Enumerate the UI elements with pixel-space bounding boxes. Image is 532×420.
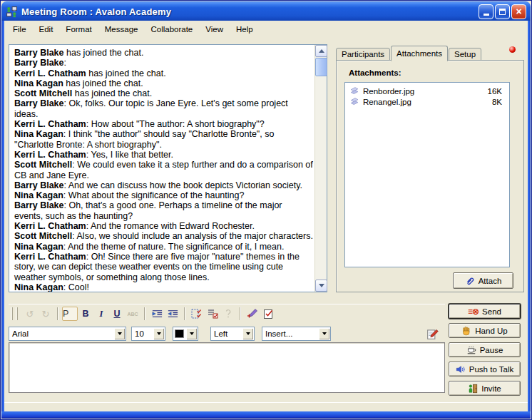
minimize-button[interactable] [479,4,493,19]
menu-item[interactable]: View [199,24,230,35]
chat-message: Scott Mitchell: Also, we should include … [14,231,313,241]
chat-message: Scott Mitchell has joined the chat. [14,88,313,98]
chat-text: : [64,58,66,68]
chat-message: Barry Blake: [14,58,313,68]
font-size-select[interactable]: 10 [131,327,165,341]
chat-text: : Cool! [63,282,89,292]
toolbar-grip-2[interactable] [16,307,18,320]
chat-sender: Kerri L. Chatham [14,150,86,160]
chat-message: Kerri L. Chatham: And the romance with E… [14,221,313,231]
menu-item[interactable]: File [6,24,33,35]
formatting-toolbar: ↺ ↻ P B I U ABC [9,304,445,323]
chat-message: Scott Mitchell: We could even take it a … [14,160,313,180]
attachment-size: 8K [492,98,502,106]
font-family-select[interactable]: Arial [9,327,126,341]
tab[interactable]: Participants [336,48,390,61]
scroll-up-button[interactable] [315,45,327,57]
dropdown-button[interactable] [242,328,253,339]
client-area: FileEditFormatMessageCollaborateViewHelp… [4,21,528,411]
chat-text: : And the theme of nature. The significa… [63,242,285,252]
outdent-button[interactable] [165,307,180,321]
message-input[interactable] [9,342,445,393]
menu-item[interactable]: Edit [33,24,60,35]
text-style-button[interactable]: ABC [125,307,140,321]
italic-button[interactable]: I [93,307,109,321]
toolbar-grip[interactable] [11,307,13,320]
alignment-select[interactable]: Left [210,327,255,341]
chat-message: Barry Blake: Oh, that's a good one. Perh… [14,200,313,221]
indent-button[interactable] [149,307,165,321]
menu-bar: FileEditFormatMessageCollaborateViewHelp [4,22,528,36]
chat-sender: Scott Mitchell [14,88,72,98]
chat-sender: Nina Kagan [14,129,63,139]
tab[interactable]: Attachments [391,46,448,61]
dropdown-button[interactable] [319,328,329,339]
chat-sender: Kerri L. Chatham [14,221,86,231]
chat-scrollbar[interactable] [314,45,327,292]
attach-button[interactable]: Attach [453,272,513,289]
pause-button[interactable]: Pause [449,342,521,357]
disabled-tool-button[interactable] [220,307,236,321]
invite-button[interactable]: Invite [449,381,521,396]
hand-up-button[interactable]: Hand Up [449,323,521,338]
dropdown-button[interactable] [114,328,125,339]
tab[interactable]: Setup [449,48,481,61]
insert-value: Insert... [262,329,318,338]
undo-button[interactable]: ↺ [22,307,38,321]
chat-message: Barry Blake: Ok, folks. Our topic is Jan… [14,98,313,119]
menu-item[interactable]: Format [59,24,98,35]
chevron-down-icon [157,332,161,335]
menu-item[interactable]: Help [230,24,260,35]
scrollbar-thumb[interactable] [315,58,327,76]
chat-sender: Kerri L. Chatham [14,252,86,262]
speaker-icon [456,364,466,374]
attachment-item[interactable]: Renborder.jpg 16K [345,86,509,96]
chat-message: Nina Kagan: And the theme of nature. The… [14,242,313,252]
menu-item[interactable]: Message [98,24,145,35]
plain-style-button[interactable]: P [62,307,78,321]
font-color-select[interactable] [173,327,198,341]
window-border-left [1,21,4,419]
window-title: Meeting Room : Avalon Academy [21,6,479,17]
file-icon [349,86,359,96]
spell-check-button[interactable] [260,307,276,321]
chat-text: : What about the significance of the hau… [63,190,245,200]
attachment-item[interactable]: Renangel.jpg 8K [345,96,509,107]
chat-sender: Barry Blake [14,180,64,190]
meeting-room-window: Meeting Room : Avalon Academy × FileEdit… [0,0,532,420]
close-button[interactable]: × [511,4,526,19]
chat-message: Nina Kagan has joined the chat. [14,78,313,88]
add-annotation-button[interactable] [245,307,260,321]
font-size-value: 10 [132,329,153,338]
send-button-label: Send [482,307,501,316]
chat-sender: Nina Kagan [14,282,63,292]
send-button[interactable]: ≡⊗ Send [449,304,521,319]
menu-item[interactable]: Collaborate [144,24,199,35]
select-check-button[interactable] [189,307,205,321]
scroll-down-button[interactable] [315,280,327,292]
chat-text: : And we can discuss how the book depict… [64,180,302,190]
list-check-button[interactable] [205,307,220,321]
attachments-panel: Attachments: Renborder.jpg 16K [336,60,524,292]
maximize-button[interactable] [495,4,510,19]
paperclip-icon [465,276,475,286]
underline-button[interactable]: U [109,307,125,321]
insert-select[interactable]: Insert... [262,327,331,341]
redo-button[interactable]: ↻ [38,307,53,321]
chevron-down-icon [190,332,194,335]
bold-button[interactable]: B [78,307,93,321]
meeting-room-app-icon [6,6,18,18]
dropdown-button[interactable] [153,328,164,339]
push-to-talk-button[interactable]: Push to Talk [449,362,521,377]
chat-sender: Barry Blake [14,200,64,210]
add-pen-icon [247,308,258,319]
send-icon: ≡⊗ [468,307,479,317]
push-to-talk-button-label: Push to Talk [469,365,513,374]
invite-button-label: Invite [481,384,501,393]
dropdown-button[interactable] [186,328,197,339]
edit-note-button[interactable] [426,327,439,340]
chat-sender: Scott Mitchell [14,160,72,170]
chat-text: : And the romance with Edward Rochester. [86,221,255,231]
attachments-list[interactable]: Renborder.jpg 16K Renangel.jpg 8K [344,82,510,267]
chevron-down-icon [118,332,122,335]
